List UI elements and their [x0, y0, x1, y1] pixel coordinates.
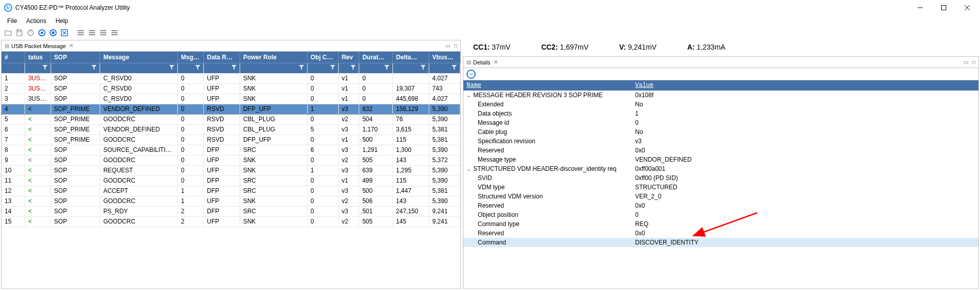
- column-header[interactable]: Durat…: [359, 52, 393, 63]
- details-row[interactable]: CommandDISCOVER_IDENTITY: [463, 238, 978, 247]
- column-filter[interactable]: [203, 63, 240, 73]
- caret-down-icon[interactable]: ⌄: [466, 93, 472, 98]
- table-row[interactable]: 7<SOP_PRIMEGOODCRC0RSVDDFP_UFP0v15001155…: [2, 135, 460, 145]
- details-row[interactable]: ⌄ STRUCTURED VDM HEADER-discover_identit…: [463, 164, 978, 173]
- table-row[interactable]: 10<SOPREQUEST0UFPSNK1v36391,2955,390: [2, 165, 460, 175]
- column-header[interactable]: Data R…: [203, 52, 240, 63]
- column-filter[interactable]: [25, 63, 51, 73]
- stop-icon[interactable]: [48, 28, 58, 38]
- caret-down-icon[interactable]: ⌄: [466, 166, 472, 172]
- details-col-value[interactable]: Value: [632, 80, 734, 91]
- details-minimize-icon[interactable]: ▭: [964, 59, 968, 65]
- details-row[interactable]: Structured VDM versionVER_2_0: [463, 192, 978, 201]
- details-row[interactable]: SVID0xff00 (PD SID): [463, 173, 978, 183]
- column-filter[interactable]: [51, 63, 100, 73]
- column-filter[interactable]: [240, 63, 307, 73]
- packets-tab-close-icon[interactable]: ✕: [69, 42, 74, 49]
- column-filter[interactable]: [307, 63, 338, 73]
- list3-icon[interactable]: [98, 28, 108, 38]
- table-row[interactable]: 13US_…SOPC_RSVD00UFPSNK0v104,027: [2, 73, 460, 83]
- maximize-button[interactable]: [932, 0, 955, 15]
- column-header[interactable]: tatus: [25, 52, 51, 63]
- filter-icon[interactable]: [351, 64, 356, 72]
- column-filter[interactable]: [2, 63, 25, 73]
- table-row[interactable]: 14<SOPPS_RDY2DFPSRC0v3501247,1509,241: [2, 206, 460, 216]
- column-header[interactable]: Msg…: [178, 52, 204, 63]
- filter-icon[interactable]: [384, 64, 389, 72]
- table-row[interactable]: 33US_…SOPC_RSVD00UFPSNK0v10445,6984,027: [2, 94, 460, 104]
- close-button[interactable]: [955, 0, 979, 15]
- table-row[interactable]: 13<SOPGOODCRC1UFPSNK0v25061435,390: [2, 196, 460, 206]
- filter-icon[interactable]: [195, 64, 200, 72]
- column-header[interactable]: Message: [100, 52, 178, 63]
- minimize-button[interactable]: [908, 0, 932, 15]
- table-row[interactable]: 15<SOPGOODCRC2UFPSNK0v25051459,241: [2, 216, 460, 227]
- column-header[interactable]: Obj C…: [307, 52, 338, 63]
- details-row[interactable]: Reserved0x0: [463, 146, 978, 155]
- list1-icon[interactable]: [76, 28, 86, 38]
- filter-icon[interactable]: [91, 64, 97, 72]
- list2-icon[interactable]: [87, 28, 97, 38]
- filter-icon[interactable]: [42, 64, 48, 72]
- column-header[interactable]: SOP: [51, 52, 100, 63]
- table-row[interactable]: 12<SOPACCEPT1DFPSRC0v35001,4475,381: [2, 186, 460, 196]
- power-icon[interactable]: [26, 28, 36, 38]
- details-row[interactable]: Message id0: [463, 118, 978, 127]
- details-col-name[interactable]: Name: [463, 80, 632, 91]
- details-row[interactable]: Cable plugNo: [463, 127, 978, 137]
- table-row[interactable]: 8<SOPSOURCE_CAPABILITI…0DFPSRC6v31,2911,…: [2, 145, 460, 155]
- column-header[interactable]: Rev: [338, 52, 359, 63]
- table-row[interactable]: 6<SOP_PRIMEVENDOR_DEFINED0RSVDCBL_PLUG5v…: [2, 124, 460, 135]
- details-row[interactable]: Specification revisionv3: [463, 137, 978, 146]
- details-tab-close-icon[interactable]: ✕: [494, 59, 498, 65]
- details-row[interactable]: Object position0: [463, 210, 978, 219]
- details-table[interactable]: Name Value ⌄ MESSAGE HEADER REVISION 3 S…: [463, 80, 978, 247]
- svg-rect-23: [111, 32, 118, 33]
- column-filter[interactable]: [100, 63, 178, 73]
- table-row[interactable]: 11<SOPGOODCRC0DFPSRC0v14991155,390: [2, 175, 460, 186]
- details-row[interactable]: Message typeVENDOR_DEFINED: [463, 155, 978, 164]
- filter-icon[interactable]: [421, 64, 426, 72]
- details-tab[interactable]: ▤ Details ✕: [463, 58, 501, 66]
- filter-icon[interactable]: [299, 64, 304, 72]
- filter-icon[interactable]: [452, 64, 457, 72]
- details-row[interactable]: ExtendedNo: [463, 100, 978, 109]
- menu-actions[interactable]: Actions: [22, 16, 50, 26]
- column-filter[interactable]: [338, 63, 359, 73]
- packets-tab[interactable]: ▤ USB Packet Message ✕: [2, 41, 77, 50]
- list4-icon[interactable]: [109, 28, 120, 38]
- column-header[interactable]: Power Role: [240, 52, 307, 63]
- collapse-all-icon[interactable]: −: [466, 70, 476, 79]
- save-icon[interactable]: [14, 28, 25, 38]
- record-icon[interactable]: [37, 28, 47, 38]
- packet-table[interactable]: #tatusSOPMessageMsg…Data R…Power RoleObj…: [2, 52, 460, 227]
- filter-icon[interactable]: [169, 64, 174, 72]
- details-row[interactable]: ⌄ MESSAGE HEADER REVISION 3 SOP PRIME0x1…: [463, 91, 978, 100]
- details-row[interactable]: VDM typeSTRUCTURED: [463, 183, 978, 192]
- pane-restore-icon[interactable]: □: [454, 43, 457, 49]
- clear-icon[interactable]: [59, 28, 69, 38]
- column-filter[interactable]: [393, 63, 429, 73]
- column-filter[interactable]: [359, 63, 393, 73]
- column-header[interactable]: Delta…: [393, 52, 429, 63]
- column-header[interactable]: #: [2, 52, 25, 63]
- menu-file[interactable]: File: [3, 16, 21, 26]
- filter-icon[interactable]: [330, 64, 335, 72]
- menu-help[interactable]: Help: [52, 16, 73, 26]
- pane-minimize-icon[interactable]: ▭: [446, 43, 450, 49]
- column-header[interactable]: Vbus…: [429, 52, 460, 63]
- details-col-empty[interactable]: [734, 80, 978, 91]
- open-icon[interactable]: [3, 28, 13, 38]
- details-row[interactable]: Reserved0x0: [463, 201, 978, 210]
- column-filter[interactable]: [178, 63, 204, 73]
- table-row[interactable]: 5<SOP_PRIMEGOODCRC0RSVDCBL_PLUG0v2504765…: [2, 114, 460, 124]
- table-row[interactable]: 23US_…SOPC_RSVD00UFPSNK0v1019,307743: [2, 83, 460, 94]
- column-filter[interactable]: [429, 63, 460, 73]
- filter-icon[interactable]: [231, 64, 237, 72]
- table-row[interactable]: 9<SOPGOODCRC0UFPSNK0v25051435,372: [2, 155, 460, 165]
- details-restore-icon[interactable]: □: [972, 59, 975, 65]
- details-row[interactable]: Data objects1: [463, 109, 978, 118]
- details-row[interactable]: Command typeREQ: [463, 219, 978, 229]
- table-row[interactable]: 4<SOP_PRIMEVENDOR_DEFINED0RSVDDFP_UFP1v3…: [2, 104, 460, 114]
- details-row[interactable]: Reserved0x0: [463, 229, 978, 238]
